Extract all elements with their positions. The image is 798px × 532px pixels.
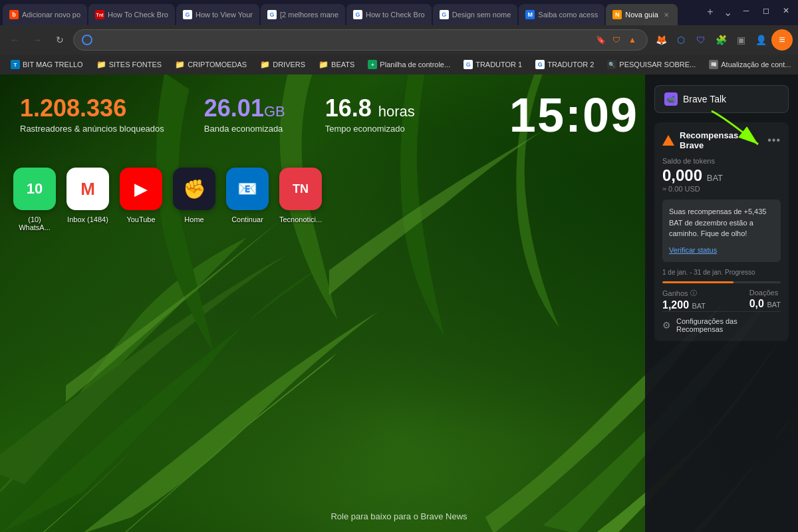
shortcut-gmail-label: Inbox (1484) xyxy=(67,215,108,223)
donations-stat: Doações 0,0 BAT xyxy=(749,289,781,311)
news-hint: Role para baixo para o Brave News xyxy=(331,511,467,521)
rewards-notice: Suas recompensas de +5,435 BAT de dezemb… xyxy=(662,200,781,262)
tab-5[interactable]: G How to Check Bro xyxy=(346,4,432,25)
bat-rewards-icon[interactable]: ▲ xyxy=(626,33,639,47)
gmail-icon: M xyxy=(66,168,109,210)
shortcut-home-label: Home xyxy=(184,215,203,223)
bookmark-trello-label: BIT MAG TRELLO xyxy=(23,61,83,68)
rewards-more-button[interactable]: ••• xyxy=(767,134,781,146)
wallet-icon[interactable]: ▣ xyxy=(732,31,750,49)
back-button[interactable]: ← xyxy=(5,31,24,49)
shortcut-whatsapp-label: (10) WhatsA... xyxy=(13,215,56,231)
progress-fill xyxy=(662,281,733,283)
clock: 15:09 xyxy=(509,88,638,142)
trackers-label: Rastreadores & anúncios bloqueados xyxy=(20,124,164,134)
earnings-stat: Ganhos ⓘ 1,200 BAT xyxy=(662,289,706,311)
extensions-icon[interactable]: 🧩 xyxy=(712,31,730,49)
donations-label: Doações xyxy=(749,289,778,297)
minimize-button[interactable]: ─ xyxy=(737,1,755,20)
forward-button[interactable]: → xyxy=(28,31,47,49)
bookmark-tradutor1[interactable]: G TRADUTOR 1 xyxy=(458,58,527,71)
tab-3[interactable]: G How to View Your xyxy=(176,4,259,25)
bookmark-pesquisar-label: PESQUISAR SOBRE... xyxy=(619,61,696,68)
config-rewards-button[interactable]: ⚙ Configurações das Recompensas xyxy=(662,311,781,333)
rewards-title: Recompensas Brave xyxy=(680,130,762,150)
brave-talk-label: Brave Talk xyxy=(683,94,726,104)
shortcuts-grid: 10 (10) WhatsA... M Inbox (1484) ▶ YouTu… xyxy=(13,168,322,231)
verify-link[interactable]: Verificar status xyxy=(669,246,717,254)
bookmark-beats-label: BEATS xyxy=(331,61,354,68)
rewards-notice-text: Suas recompensas de +5,435 BAT de dezemb… xyxy=(669,206,774,239)
tab-8-active[interactable]: N Nova guia ✕ xyxy=(606,4,678,25)
bookmark-tradutor2[interactable]: G TRADUTOR 2 xyxy=(530,58,599,71)
bookmark-tradutor2-label: TRADUTOR 2 xyxy=(547,61,594,68)
rewards-stats: Ganhos ⓘ 1,200 BAT Doações 0,0 BAT xyxy=(662,289,781,311)
info-icon[interactable]: ⓘ xyxy=(690,289,697,298)
tab-8-close[interactable]: ✕ xyxy=(662,10,671,19)
rewards-usd: ≈ 0.00 USD xyxy=(662,185,781,193)
tab-7-favicon: M xyxy=(525,10,535,19)
shortcut-home[interactable]: ✊ Home xyxy=(173,168,215,231)
bookmark-cripto-label: CRIPTOMOEDAS xyxy=(188,61,247,68)
trackers-value: 1.208.336 xyxy=(20,94,164,122)
google-icon-2: G xyxy=(535,60,545,69)
address-input[interactable]: 🔖 🛡 ▲ xyxy=(73,29,648,51)
bookmark-pesquisar[interactable]: 🔍 PESQUISAR SOBRE... xyxy=(602,58,701,71)
tab-5-label: How to Check Bro xyxy=(366,11,425,19)
bookmark-drivers[interactable]: 📁 DRIVERS xyxy=(255,58,311,71)
close-button[interactable]: ✕ xyxy=(777,1,795,20)
tab-4-label: [2 melhores mane xyxy=(280,11,338,19)
tab-7[interactable]: M Saiba como acess xyxy=(519,4,604,25)
shortcut-whatsapp[interactable]: 10 (10) WhatsA... xyxy=(13,168,56,231)
window-controls: ─ ◻ ✕ xyxy=(737,1,795,23)
tab-5-favicon: G xyxy=(353,10,362,19)
time-label: Tempo economizado xyxy=(325,124,415,134)
search-icon: 🔍 xyxy=(607,60,616,69)
bookmark-sites[interactable]: 📁 SITES FONTES xyxy=(91,58,167,71)
tab-2-favicon: Tnt xyxy=(95,10,104,19)
bookmark-planilha[interactable]: + Planilha de controle... xyxy=(362,58,456,71)
tab-list-button[interactable]: ⌄ xyxy=(720,4,735,20)
reload-button[interactable]: ↻ xyxy=(51,31,69,49)
folder-icon: 📁 xyxy=(96,60,106,69)
extensions-fox-icon[interactable]: 🦊 xyxy=(652,31,670,49)
bookmark-drivers-label: DRIVERS xyxy=(273,61,305,68)
tab-6[interactable]: G Design sem nome xyxy=(433,4,518,25)
brave-shield-icon[interactable]: 🛡 xyxy=(610,33,623,47)
bookmark-trello[interactable]: T BIT MAG TRELLO xyxy=(5,58,88,71)
bookmark-beats[interactable]: 📁 BEATS xyxy=(313,58,360,71)
shortcut-youtube-label: YouTube xyxy=(126,215,155,223)
extensions-google-icon[interactable]: ⬡ xyxy=(672,31,690,49)
bookmark-atualizacao[interactable]: 📰 Atualização de cont... xyxy=(704,58,796,71)
main-menu-button[interactable]: ≡ xyxy=(771,29,793,51)
tab-3-label: How to View Your xyxy=(196,11,253,19)
bandwidth-value: 26.01GB xyxy=(204,94,285,122)
bandwidth-stat: 26.01GB Banda economizada xyxy=(204,94,285,134)
bookmark-cripto[interactable]: 📁 CRIPTOMOEDAS xyxy=(170,58,252,71)
folder-icon-2: 📁 xyxy=(175,60,185,69)
tab-8-favicon: N xyxy=(612,10,622,19)
new-tab-button[interactable]: + xyxy=(702,4,718,20)
address-bar: ← → ↻ 🔖 🛡 ▲ 🦊 ⬡ 🛡 🧩 ▣ 👤 ≡ xyxy=(0,25,798,55)
brave-talk-button[interactable]: 📹 Brave Talk xyxy=(654,85,789,113)
bookmark-icon[interactable]: 🔖 xyxy=(594,33,607,47)
shortcut-outlook[interactable]: 📧 Continuar xyxy=(226,168,269,231)
right-panel: 📹 Brave Talk Recompensas Brave ••• Saldo… xyxy=(645,74,798,532)
shield-icon[interactable]: 🛡 xyxy=(692,31,710,49)
bat-triangle-icon xyxy=(662,135,674,146)
shortcut-tn[interactable]: TN Tecnonotici... xyxy=(279,168,322,231)
rewards-balance-label: Saldo de tokens xyxy=(662,157,781,165)
whatsapp-icon: 10 xyxy=(13,168,56,210)
profile-icon[interactable]: 👤 xyxy=(751,31,770,49)
tab-1[interactable]: b Adicionar novo po xyxy=(3,4,87,25)
news-icon: 📰 xyxy=(709,60,718,69)
shortcut-gmail[interactable]: M Inbox (1484) xyxy=(66,168,109,231)
google-icon-1: G xyxy=(464,60,473,69)
tab-2[interactable]: Tnt How To Check Bro xyxy=(88,4,175,25)
maximize-button[interactable]: ◻ xyxy=(757,1,775,20)
tab-4[interactable]: G [2 melhores mane xyxy=(261,4,345,25)
rewards-section: Recompensas Brave ••• Saldo de tokens 0,… xyxy=(654,122,789,341)
shortcut-youtube[interactable]: ▶ YouTube xyxy=(120,168,162,231)
toolbar-icons: 🦊 ⬡ 🛡 🧩 ▣ 👤 ≡ xyxy=(652,29,793,51)
tab-bar-actions: + ⌄ ─ ◻ ✕ xyxy=(702,1,795,25)
